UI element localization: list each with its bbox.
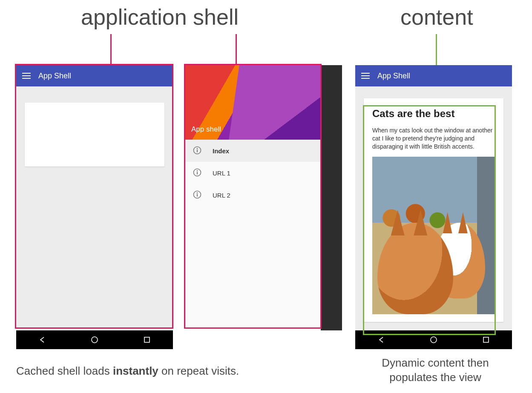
highlight-frame-content [363,105,496,335]
nav-back-icon[interactable] [39,336,46,343]
svg-point-13 [431,337,437,343]
nav-home-icon[interactable] [91,336,98,344]
caption-emphasis: instantly [113,364,158,377]
nav-back-icon[interactable] [378,336,385,343]
highlight-frame-drawer [184,64,322,329]
svg-point-0 [92,337,98,343]
hamburger-icon[interactable] [361,73,370,79]
nav-home-icon[interactable] [430,336,437,344]
highlight-frame-shell [15,64,173,329]
caption-shell: Cached shell loads instantly on repeat v… [16,364,239,378]
caption-text: on repeat visits. [158,364,239,377]
connector-line [110,34,112,64]
nav-recent-icon[interactable] [144,336,150,343]
nav-recent-icon[interactable] [483,336,489,343]
svg-rect-14 [483,337,489,342]
svg-rect-1 [144,337,150,342]
caption-content: Dynamic content then populates the view [363,356,508,385]
app-bar: App Shell [355,65,512,86]
heading-content: content [400,4,473,30]
connector-line [236,34,237,64]
heading-app-shell: application shell [81,4,239,30]
caption-text: Cached shell loads [16,364,113,377]
app-title: App Shell [377,72,410,80]
android-navbar [16,330,173,349]
